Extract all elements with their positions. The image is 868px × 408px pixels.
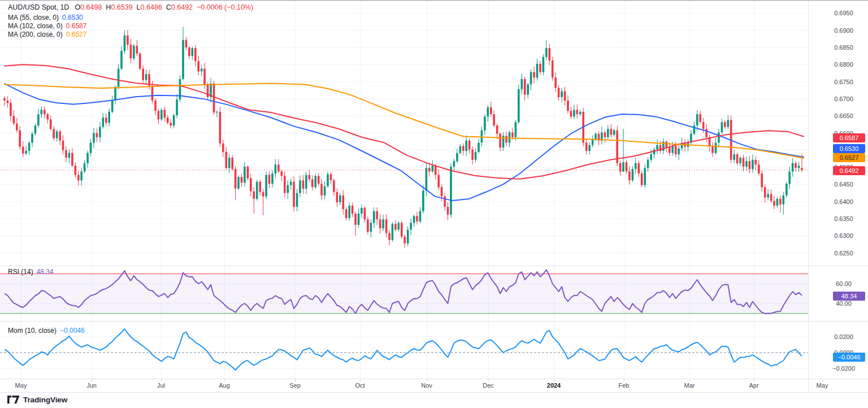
- candle: [309, 170, 311, 182]
- time-axis-label[interactable]: Apr: [749, 382, 758, 389]
- candle: [105, 114, 107, 126]
- symbol-title[interactable]: AUD/USD Spot, 1D: [8, 3, 69, 11]
- tradingview-logo[interactable]: TradingView: [7, 396, 67, 404]
- candle: [253, 187, 255, 214]
- candle: [296, 189, 298, 211]
- time-axis-label[interactable]: Dec: [483, 382, 494, 389]
- ma-55-row: MA (55, close, 0)0.6530: [8, 14, 253, 21]
- ohlc-open: O0.6498: [75, 3, 102, 11]
- candle: [170, 119, 172, 129]
- time-axis-label[interactable]: Jun: [86, 382, 97, 389]
- chart-canvas[interactable]: [0, 0, 868, 408]
- candle: [339, 193, 341, 205]
- candle: [579, 110, 581, 116]
- price-axis[interactable]: 0.69500.69000.68500.68000.67500.67000.66…: [808, 0, 868, 392]
- candle: [542, 54, 545, 75]
- candle: [130, 39, 132, 63]
- candle: [265, 172, 267, 199]
- time-axis-tick: [754, 379, 754, 381]
- candle: [632, 166, 634, 182]
- axis-value-badge: 0.6530: [833, 144, 865, 153]
- candle: [80, 168, 83, 185]
- ma-102-row: MA (102, close, 0)0.6587: [8, 22, 253, 30]
- candle: [167, 115, 169, 124]
- time-axis-label[interactable]: Nov: [421, 382, 432, 389]
- axis-value-badge: 0.6492: [833, 166, 865, 175]
- candle: [216, 110, 218, 117]
- candle: [382, 215, 384, 231]
- time-axis-label[interactable]: Feb: [619, 382, 630, 389]
- time-axis-tick: [488, 379, 489, 381]
- rsi-value: 48.34: [37, 268, 54, 276]
- chart-footer: TradingView: [0, 393, 868, 408]
- time-axis-label[interactable]: Aug: [219, 382, 230, 389]
- time-axis-label[interactable]: Oct: [355, 382, 364, 389]
- candle: [585, 138, 588, 154]
- candle: [259, 180, 261, 196]
- candle: [641, 171, 643, 188]
- ma-55-value: 0.6530: [62, 14, 83, 21]
- candle: [788, 167, 791, 189]
- time-axis[interactable]: MayJunJulAugSepOctNovDec2024FebMarAprMay: [0, 379, 868, 392]
- candle: [785, 182, 788, 198]
- ma-102-label[interactable]: MA (102, close, 0): [8, 22, 63, 30]
- price-tick-label: 0.6250: [823, 250, 865, 257]
- time-axis-label[interactable]: Mar: [684, 382, 695, 389]
- rsi-label[interactable]: RSI (14): [8, 268, 33, 276]
- time-axis-label[interactable]: May: [15, 382, 27, 389]
- mom-value: −0.0046: [60, 327, 85, 335]
- time-axis-label[interactable]: Sep: [289, 382, 301, 389]
- candle: [403, 235, 406, 248]
- candle: [28, 141, 31, 155]
- candle: [62, 135, 64, 154]
- candle: [647, 158, 649, 172]
- candle: [228, 154, 231, 173]
- candle: [330, 172, 332, 184]
- symbol-row: AUD/USD Spot, 1DO0.6498H0.6539L0.6486C0.…: [8, 3, 253, 12]
- ma-55-label[interactable]: MA (55, close, 0): [8, 14, 59, 21]
- legend: AUD/USD Spot, 1DO0.6498H0.6539L0.6486C0.…: [8, 3, 253, 39]
- candle: [364, 206, 366, 223]
- candle: [160, 108, 163, 121]
- candle: [358, 209, 360, 228]
- candle: [401, 221, 403, 239]
- candle: [247, 165, 249, 180]
- candle: [392, 222, 394, 241]
- candle: [471, 146, 474, 164]
- ma-200-label[interactable]: MA (200, close, 0): [8, 31, 63, 38]
- time-axis-label[interactable]: May: [817, 382, 828, 389]
- candle: [277, 159, 280, 173]
- candle: [154, 98, 157, 115]
- candle: [733, 150, 735, 163]
- candle: [142, 65, 144, 83]
- chart-window: AUD/USD Spot, 1DO0.6498H0.6539L0.6486C0.…: [0, 0, 868, 408]
- candle: [194, 45, 197, 66]
- candle: [699, 111, 701, 124]
- candle: [197, 56, 199, 75]
- candle: [549, 44, 551, 66]
- candle: [783, 192, 785, 214]
- candle: [139, 52, 141, 70]
- time-axis-label[interactable]: 2024: [547, 382, 561, 389]
- mom-legend: Mom (10, close)−0.0046: [8, 327, 85, 335]
- candle: [3, 96, 6, 106]
- candle: [407, 226, 409, 246]
- price-tick-label: 0.6800: [823, 61, 865, 68]
- axis-value-badge: −0.0046: [833, 353, 865, 362]
- ohlc-high: H0.6539: [106, 3, 132, 11]
- candle: [462, 144, 465, 155]
- candle: [102, 113, 105, 129]
- candle: [779, 196, 782, 212]
- candle: [718, 129, 720, 147]
- candle: [527, 83, 529, 99]
- candle: [752, 154, 754, 173]
- time-axis-label[interactable]: Jul: [157, 382, 165, 389]
- candle: [385, 214, 388, 237]
- tradingview-logo-icon: [7, 396, 20, 404]
- time-axis-tick: [822, 379, 823, 381]
- candle: [558, 85, 560, 101]
- candle: [302, 175, 305, 194]
- mom-label[interactable]: Mom (10, close): [8, 327, 57, 335]
- candle: [293, 176, 295, 211]
- candle: [173, 114, 175, 128]
